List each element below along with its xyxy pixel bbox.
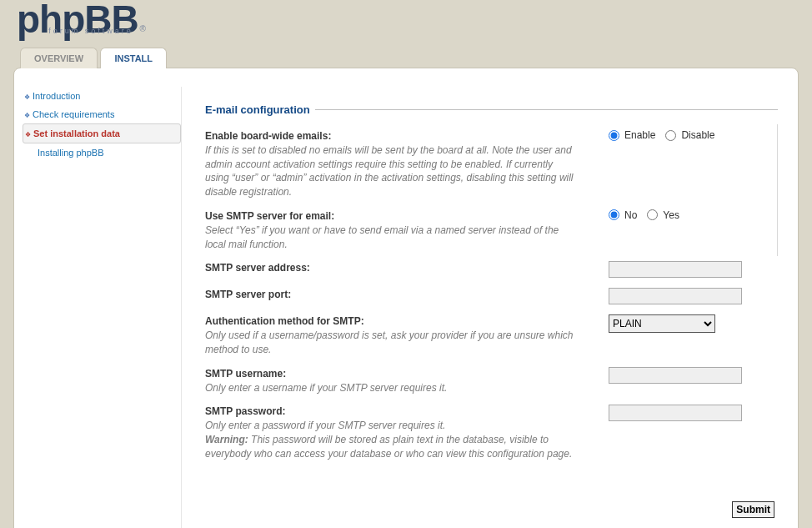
sidebar-item-check-requirements[interactable]: ❖ Check requirements [23,105,181,123]
field-smtp-address: SMTP server address: [205,256,778,283]
phpbb-logo: phpBB forum software ® [17,0,138,38]
radio-label: Enable [624,129,655,141]
smtp-user-input[interactable] [609,367,742,384]
registered-mark-icon: ® [139,25,144,33]
sidebar: ❖ Introduction ❖ Check requirements ❖ Se… [14,87,181,528]
field-title: SMTP server port: [205,288,577,302]
field-title: Authentication method for SMTP: [205,314,577,329]
field-title: SMTP username: [205,367,577,381]
smtp-address-input[interactable] [609,261,742,278]
field-desc: Only enter a username if your SMTP serve… [205,382,447,394]
smtp-pass-input[interactable] [609,405,742,421]
field-desc: Only enter a password if your SMTP serve… [205,420,445,431]
radio-label: No [624,209,637,221]
field-desc: Select “Yes” if you want or have to send… [205,224,559,250]
sidebar-item-introduction[interactable]: ❖ Introduction [23,87,181,105]
field-smtp-user: SMTP username: Only enter a username if … [205,362,778,400]
auth-method-select[interactable]: PLAIN [609,314,715,333]
submit-row [205,496,778,526]
section-title: E-mail configuration [205,103,315,116]
field-title: Enable board-wide emails: [205,129,577,143]
field-title: SMTP password: [205,405,577,419]
logo-area: phpBB forum software ® [0,0,812,47]
submit-button[interactable] [732,501,774,518]
field-auth-method: Authentication method for SMTP: Only use… [205,309,778,361]
field-smtp-pass: SMTP password: Only enter a password if … [205,400,778,465]
field-title: Use SMTP server for email: [205,209,577,224]
tabs: OVERVIEW INSTALL [0,47,812,68]
use-smtp-no-radio[interactable] [609,209,619,220]
bullet-icon: ❖ [24,91,30,104]
field-warning-text: This password will be stored as plain te… [205,434,572,460]
enable-emails-disable-radio[interactable] [665,130,676,141]
field-use-smtp: Use SMTP server for email: Select “Yes” … [205,204,778,256]
use-smtp-yes-radio[interactable] [647,209,658,220]
radio-label: Disable [681,129,714,141]
smtp-port-input[interactable] [609,288,742,304]
content: E-mail configuration Enable board-wide e… [181,87,798,528]
main-panel: ❖ Introduction ❖ Check requirements ❖ Se… [13,68,799,528]
tab-install[interactable]: INSTALL [100,48,167,68]
radio-label: Yes [663,209,679,221]
sidebar-link[interactable]: Installing phpBB [38,148,104,158]
field-desc: Only used if a username/password is set,… [205,329,574,355]
email-configuration-panel: E-mail configuration Enable board-wide e… [205,103,778,480]
tab-overview[interactable]: OVERVIEW [20,48,98,68]
bullet-icon: ❖ [25,128,31,142]
field-enable-emails: Enable board-wide emails: If this is set… [205,124,778,204]
logo-tagline: forum software [48,28,133,35]
field-smtp-port: SMTP server port: [205,283,778,309]
sidebar-item-set-installation-data[interactable]: ❖ Set installation data [23,123,181,143]
field-warning-label: Warning: [205,434,248,445]
sidebar-link[interactable]: Set installation data [33,128,120,138]
field-title: SMTP server address: [205,261,577,275]
sidebar-link[interactable]: Check requirements [33,109,114,119]
sidebar-link[interactable]: Introduction [33,91,80,101]
enable-emails-enable-radio[interactable] [609,130,619,141]
bullet-icon: ❖ [24,109,30,123]
sidebar-item-installing-phpbb[interactable]: Installing phpBB [23,143,181,162]
field-desc: If this is set to disabled no emails wil… [205,144,574,198]
